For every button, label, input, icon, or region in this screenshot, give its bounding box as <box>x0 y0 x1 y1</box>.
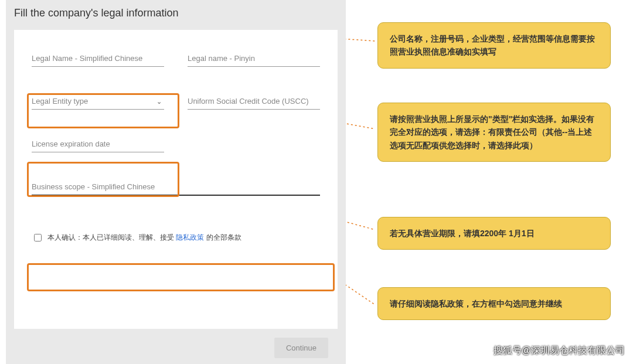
consent-row: 本人确认：本人已详细阅读、理解、接受 隐私政策 的全部条款 <box>32 228 320 247</box>
annotation-expiration: 若无具体营业期限，请填2200年 1月1日 <box>377 217 611 250</box>
license-expiration-input[interactable] <box>32 136 164 152</box>
annotation-company-info: 公司名称，注册号码，企业类型，经营范围等信息需要按照营业执照信息准确如实填写 <box>377 22 611 69</box>
highlight-consent <box>27 263 335 291</box>
privacy-policy-link[interactable]: 隐私政策 <box>176 233 204 241</box>
uscc-input[interactable] <box>188 93 320 110</box>
annotation-entity-type: 请按照营业执照上所显示的"类型"栏如实选择。如果没有完全对应的选项，请选择：有限… <box>377 103 611 162</box>
form-title: Fill the company's legal information <box>14 7 338 19</box>
consent-text: 本人确认：本人已详细阅读、理解、接受 隐私政策 的全部条款 <box>47 233 241 243</box>
legal-entity-type-select[interactable]: Legal Entity type <box>32 93 164 110</box>
business-scope-input[interactable] <box>32 179 320 196</box>
consent-checkbox[interactable] <box>34 234 42 241</box>
form-card: Legal Entity type ⌄ 本人确认：本人已详细阅读、理解、接受 隐… <box>14 30 338 329</box>
watermark: 搜狐号@深圳易仓科技有限公司 <box>494 345 625 357</box>
consent-suffix: 的全部条款 <box>204 233 241 241</box>
legal-name-pinyin-input[interactable] <box>188 50 320 67</box>
legal-name-chinese-input[interactable] <box>32 50 164 67</box>
annotation-privacy: 请仔细阅读隐私政策，在方框中勾选同意并继续 <box>377 287 611 320</box>
continue-button[interactable]: Continue <box>274 338 328 358</box>
consent-prefix: 本人确认：本人已详细阅读、理解、接受 <box>47 233 176 241</box>
form-panel: Fill the company's legal information Leg… <box>6 0 346 364</box>
